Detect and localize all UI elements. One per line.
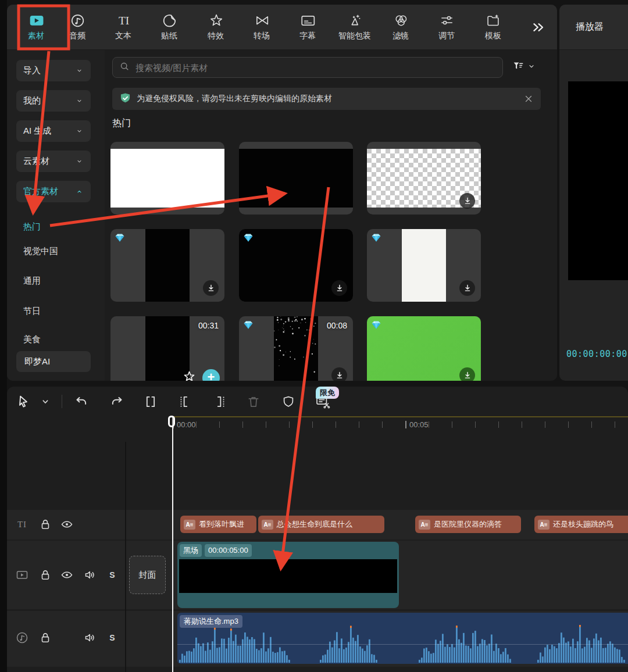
split-button[interactable]	[141, 392, 160, 411]
cursor-tool-button[interactable]	[14, 392, 33, 411]
player-preview	[568, 81, 628, 280]
timeline-panel: 限免 00:0000:05 TI S S 封面 A≡看到落叶飘进A≡总会想生命到…	[7, 387, 628, 672]
sidebar-group-official[interactable]: 官方素材	[16, 181, 91, 202]
download-button[interactable]	[331, 280, 347, 296]
search-input[interactable]	[134, 62, 497, 73]
text-clip-2[interactable]: A≡总会想生命到底是什么	[258, 516, 384, 533]
download-button[interactable]	[459, 193, 475, 209]
chevron-down-icon	[75, 96, 84, 105]
sidebar-group-ai-gen[interactable]: AI 生成	[16, 120, 91, 142]
speaker-icon[interactable]	[83, 631, 97, 645]
redo-button[interactable]	[108, 392, 126, 411]
ruler-tick	[289, 421, 290, 428]
trim-right-button[interactable]	[212, 392, 230, 411]
tab-more[interactable]	[530, 5, 547, 49]
lock-icon[interactable]	[38, 517, 52, 531]
text-ti-icon: TI	[116, 13, 131, 28]
eye-icon[interactable]	[60, 568, 74, 582]
text-clip-3[interactable]: A≡是医院里仪器的滴答	[415, 516, 521, 533]
shield-icon	[281, 394, 296, 409]
bowtie-icon	[254, 13, 269, 28]
duration-badge: 00:08	[327, 321, 347, 330]
window-edge	[0, 0, 7, 672]
redo-icon	[109, 394, 124, 409]
cover-button[interactable]: 封面	[129, 556, 166, 594]
download-button[interactable]	[459, 367, 475, 381]
download-button[interactable]	[331, 367, 347, 381]
undo-button[interactable]	[72, 392, 91, 411]
text-clip-4[interactable]: A≡还是枝头蹦跳的鸟	[534, 516, 628, 533]
search-bar[interactable]	[112, 57, 503, 78]
sidebar-item-hot[interactable]: 热门	[23, 221, 41, 233]
lock-icon[interactable]	[38, 568, 52, 582]
lock-icon[interactable]	[38, 631, 52, 645]
material-card-white-portrait[interactable]	[367, 229, 481, 302]
clip-duration-badge: 00:00:05:00	[205, 544, 252, 557]
toolbar-divider	[62, 395, 62, 408]
funnel-icon	[512, 60, 524, 75]
star-icon	[208, 13, 223, 28]
cover-mask-button[interactable]	[279, 392, 298, 411]
sidebar-group-import[interactable]: 导入	[16, 60, 91, 81]
filter-button[interactable]	[512, 59, 542, 76]
tab-subtitle[interactable]: 字幕	[299, 5, 316, 49]
jimeng-ai-button[interactable]: 即梦AI	[16, 351, 91, 372]
material-card-black-video[interactable]: 00:31+	[110, 316, 224, 381]
material-card-green-screen[interactable]	[367, 316, 481, 381]
tab-adjust[interactable]: 调节	[438, 5, 455, 49]
tab-material[interactable]: 素材	[28, 5, 44, 49]
tab-effects[interactable]: 特效	[208, 5, 224, 49]
chevron-down-icon	[75, 66, 84, 75]
black-field-clip[interactable]: 黑场 00:00:05:00	[177, 542, 399, 608]
material-card-white-field[interactable]	[110, 142, 224, 215]
material-card-black-portrait[interactable]	[110, 229, 224, 302]
tab-template[interactable]: 模板	[485, 5, 501, 49]
section-title: 热门	[112, 117, 131, 130]
chevron-down-icon	[527, 62, 536, 73]
ruler-tick	[591, 421, 592, 428]
trim-left-button[interactable]	[174, 392, 193, 411]
thumbnail	[239, 149, 353, 208]
download-button[interactable]	[459, 280, 475, 296]
ruler-tick	[522, 421, 522, 428]
sidebar-group-mine[interactable]: 我的	[16, 90, 91, 112]
sidebar-item-food[interactable]: 美食	[23, 334, 41, 345]
tab-filter[interactable]: 滤镜	[392, 5, 409, 49]
playhead-handle[interactable]	[168, 416, 175, 427]
ruler-tick	[359, 421, 359, 428]
material-card-transparent[interactable]	[367, 142, 481, 215]
thumbnail	[145, 229, 190, 302]
sidebar-group-cloud[interactable]: 云素材	[16, 151, 91, 172]
ruler-top-line	[173, 416, 628, 417]
tab-text[interactable]: TI文本	[115, 5, 131, 49]
favorite-star-icon[interactable]	[182, 370, 197, 381]
material-card-black-full[interactable]	[239, 229, 353, 302]
download-button[interactable]	[203, 280, 219, 296]
ruler-tick	[219, 421, 220, 428]
ruler-tick	[568, 421, 569, 428]
tab-transition[interactable]: 转场	[254, 5, 270, 49]
text-clip-1[interactable]: A≡看到落叶飘进	[180, 516, 256, 533]
add-to-track-button[interactable]: +	[202, 369, 220, 381]
material-card-black-field[interactable]	[239, 142, 353, 215]
text-clip-icon: A≡	[419, 520, 430, 530]
vip-gem-icon	[243, 233, 254, 245]
vip-gem-icon	[371, 233, 381, 245]
speaker-icon[interactable]	[83, 568, 97, 582]
audio-clip[interactable]: 蒋勋说生命.mp3	[177, 613, 628, 664]
material-card-particles[interactable]: 00:08	[239, 316, 353, 381]
tab-smart-pack[interactable]: 智能包装	[338, 5, 371, 49]
tab-audio[interactable]: 音频	[69, 5, 85, 49]
chevron-down-icon	[39, 395, 52, 408]
notice-close-icon[interactable]	[523, 94, 534, 104]
tab-sticker[interactable]: 贴纸	[161, 5, 177, 49]
solo-button[interactable]: S	[109, 633, 115, 642]
solo-button[interactable]: S	[109, 570, 115, 580]
sidebar-item-vcg[interactable]: 视觉中国	[23, 246, 58, 257]
sidebar-item-festival[interactable]: 节日	[23, 306, 41, 317]
eye-icon[interactable]	[60, 517, 74, 531]
split-icon	[143, 394, 158, 409]
tool-dropdown-button[interactable]	[36, 392, 55, 411]
sidebar-item-general[interactable]: 通用	[23, 276, 41, 287]
delete-button[interactable]	[244, 392, 263, 411]
